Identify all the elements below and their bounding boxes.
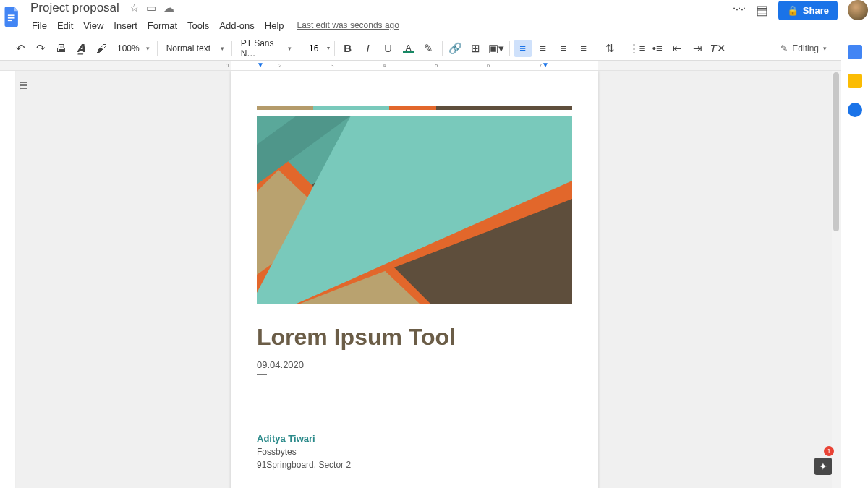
menu-format[interactable]: Format: [143, 19, 182, 33]
align-right-button[interactable]: ≡: [555, 40, 572, 57]
document-heading[interactable]: Lorem Ipsum Tool: [257, 324, 572, 351]
calendar-addon-icon[interactable]: [848, 45, 862, 59]
menu-edit[interactable]: Edit: [53, 19, 77, 33]
align-left-button[interactable]: ≡: [514, 40, 532, 57]
align-center-button[interactable]: ≡: [535, 40, 552, 57]
highlight-button[interactable]: ✎: [420, 40, 438, 57]
editing-mode-select[interactable]: Editing: [792, 43, 819, 53]
author-org[interactable]: Fossbytes: [257, 447, 572, 457]
toolbar: ↶ ↷ 🖶 A̲ 🖌 100% Normal text PT Sans N… 1…: [0, 36, 868, 61]
print-button[interactable]: 🖶: [52, 40, 69, 57]
bulleted-list-button[interactable]: •≡: [649, 40, 666, 57]
menu-view[interactable]: View: [79, 19, 108, 33]
explore-button[interactable]: ✦: [814, 458, 832, 475]
lock-icon: 🔒: [787, 5, 799, 16]
vertical-ruler[interactable]: [0, 71, 16, 488]
bold-button[interactable]: B: [339, 40, 357, 57]
redo-button[interactable]: ↷: [32, 40, 49, 57]
menu-tools[interactable]: Tools: [183, 19, 213, 33]
cloud-saved-icon: ☁: [163, 1, 174, 14]
header-image[interactable]: [257, 106, 572, 304]
activity-icon[interactable]: 〰: [733, 3, 746, 18]
docs-logo[interactable]: [3, 4, 22, 29]
insert-image-button[interactable]: ▣▾: [488, 40, 505, 57]
svg-rect-0: [8, 14, 15, 16]
align-justify-button[interactable]: ≡: [575, 40, 592, 57]
italic-button[interactable]: I: [359, 40, 377, 57]
font-size-input[interactable]: 16: [304, 41, 324, 56]
decrease-indent-button[interactable]: ⇤: [669, 40, 686, 57]
menu-help[interactable]: Help: [260, 19, 289, 33]
zoom-select[interactable]: 100%: [113, 41, 153, 56]
spellcheck-button[interactable]: A̲: [72, 40, 90, 57]
star-icon[interactable]: ☆: [129, 1, 139, 14]
share-button[interactable]: 🔒Share: [778, 1, 838, 20]
author-address[interactable]: 91Springboard, Sector 2: [257, 460, 572, 470]
menu-bar: File Edit View Insert Format Tools Add-o…: [27, 17, 733, 33]
menu-insert[interactable]: Insert: [109, 19, 142, 33]
numbered-list-button[interactable]: ⋮≡: [629, 40, 646, 57]
keep-addon-icon[interactable]: [848, 74, 862, 88]
insert-link-button[interactable]: 🔗: [447, 40, 464, 57]
document-title[interactable]: Project proposal: [27, 0, 122, 17]
paragraph-style-select[interactable]: Normal text: [162, 41, 224, 56]
last-edit-link[interactable]: Last edit was seconds ago: [297, 20, 399, 30]
increase-indent-button[interactable]: ⇥: [689, 40, 707, 57]
paint-format-button[interactable]: 🖌: [93, 40, 110, 57]
vertical-scrollbar[interactable]: [832, 71, 841, 488]
insert-comment-button[interactable]: ⊞: [467, 40, 485, 57]
underline-button[interactable]: U: [380, 40, 397, 57]
user-avatar[interactable]: [848, 0, 868, 20]
right-indent-marker-icon[interactable]: ▼: [542, 61, 549, 69]
move-to-folder-icon[interactable]: ▭: [146, 1, 156, 14]
menu-addons[interactable]: Add-ons: [215, 19, 258, 33]
undo-button[interactable]: ↶: [12, 40, 29, 57]
divider: [257, 374, 267, 375]
document-date[interactable]: 09.04.2020: [257, 359, 572, 370]
document-page[interactable]: Lorem Ipsum Tool 09.04.2020 Aditya Tiwar…: [231, 71, 598, 488]
clear-formatting-button[interactable]: T✕: [710, 40, 727, 57]
comments-icon[interactable]: ▤: [756, 2, 768, 18]
font-select[interactable]: PT Sans N…: [237, 36, 294, 61]
document-outline-button[interactable]: ▤: [19, 80, 32, 93]
svg-rect-2: [8, 20, 12, 21]
line-spacing-button[interactable]: ⇅: [602, 40, 619, 57]
svg-rect-1: [8, 17, 15, 19]
author-name[interactable]: Aditya Tiwari: [257, 433, 572, 444]
pencil-icon: ✎: [780, 43, 788, 53]
text-color-button[interactable]: A: [400, 40, 417, 57]
tasks-addon-icon[interactable]: [848, 103, 862, 117]
indent-marker-icon[interactable]: ▼: [257, 61, 264, 69]
notification-badge[interactable]: 1: [824, 446, 834, 456]
horizontal-ruler[interactable]: 1 2 3 4 5 6 7 ▼ ▼: [0, 61, 868, 71]
menu-file[interactable]: File: [27, 19, 51, 33]
side-panel: [841, 35, 868, 488]
